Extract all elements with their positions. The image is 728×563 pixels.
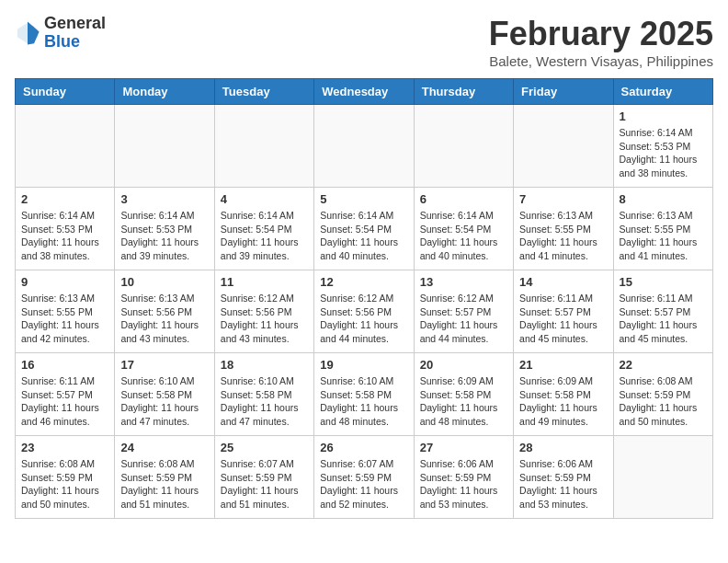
day-info: Sunrise: 6:07 AM Sunset: 5:59 PM Dayligh…	[320, 457, 407, 511]
day-number: 27	[420, 441, 507, 454]
day-number: 2	[21, 192, 108, 206]
calendar-cell	[16, 105, 115, 188]
calendar-cell: 19Sunrise: 6:10 AM Sunset: 5:58 PM Dayli…	[314, 353, 414, 436]
calendar-cell: 7Sunrise: 6:13 AM Sunset: 5:55 PM Daylig…	[514, 188, 613, 270]
day-number: 13	[420, 275, 507, 289]
day-info: Sunrise: 6:14 AM Sunset: 5:53 PM Dayligh…	[620, 126, 707, 180]
logo-general-text: General	[44, 14, 106, 32]
weekday-header-tuesday: Tuesday	[214, 79, 313, 105]
weekday-header-saturday: Saturday	[613, 79, 712, 105]
day-info: Sunrise: 6:14 AM Sunset: 5:54 PM Dayligh…	[221, 209, 308, 263]
day-number: 7	[519, 192, 607, 206]
day-number: 6	[420, 192, 507, 206]
day-info: Sunrise: 6:12 AM Sunset: 5:56 PM Dayligh…	[320, 292, 407, 346]
day-number: 12	[320, 275, 407, 289]
day-info: Sunrise: 6:08 AM Sunset: 5:59 PM Dayligh…	[120, 457, 208, 511]
calendar-cell: 15Sunrise: 6:11 AM Sunset: 5:57 PM Dayli…	[613, 270, 712, 353]
calendar-cell: 23Sunrise: 6:08 AM Sunset: 5:59 PM Dayli…	[16, 436, 115, 519]
calendar-cell: 20Sunrise: 6:09 AM Sunset: 5:58 PM Dayli…	[414, 353, 513, 436]
day-info: Sunrise: 6:07 AM Sunset: 5:59 PM Dayligh…	[221, 457, 308, 511]
day-number: 24	[120, 441, 208, 454]
logo: General Blue	[15, 15, 106, 52]
calendar-cell: 16Sunrise: 6:11 AM Sunset: 5:57 PM Dayli…	[16, 353, 115, 436]
day-info: Sunrise: 6:11 AM Sunset: 5:57 PM Dayligh…	[620, 292, 707, 346]
title-block: February 2025 Balete, Western Visayas, P…	[489, 15, 713, 69]
day-info: Sunrise: 6:10 AM Sunset: 5:58 PM Dayligh…	[120, 374, 208, 429]
calendar-cell: 12Sunrise: 6:12 AM Sunset: 5:56 PM Dayli…	[314, 270, 414, 353]
day-number: 21	[519, 358, 607, 372]
day-info: Sunrise: 6:11 AM Sunset: 5:57 PM Dayligh…	[21, 374, 108, 429]
day-info: Sunrise: 6:13 AM Sunset: 5:55 PM Dayligh…	[620, 209, 707, 263]
calendar-cell: 13Sunrise: 6:12 AM Sunset: 5:57 PM Dayli…	[414, 270, 513, 353]
calendar-cell: 18Sunrise: 6:10 AM Sunset: 5:58 PM Dayli…	[214, 353, 313, 436]
day-number: 15	[620, 275, 707, 289]
week-row-5: 23Sunrise: 6:08 AM Sunset: 5:59 PM Dayli…	[16, 436, 713, 519]
calendar-cell: 14Sunrise: 6:11 AM Sunset: 5:57 PM Dayli…	[514, 270, 613, 353]
page-header: General Blue February 2025 Balete, Weste…	[15, 15, 713, 69]
calendar-cell: 6Sunrise: 6:14 AM Sunset: 5:54 PM Daylig…	[414, 188, 513, 270]
logo-blue-text: Blue	[44, 32, 80, 51]
day-info: Sunrise: 6:10 AM Sunset: 5:58 PM Dayligh…	[221, 374, 308, 429]
location-text: Balete, Western Visayas, Philippines	[489, 53, 713, 69]
day-info: Sunrise: 6:08 AM Sunset: 5:59 PM Dayligh…	[620, 374, 707, 429]
calendar-cell	[115, 105, 214, 188]
day-number: 22	[620, 358, 707, 372]
weekday-header-friday: Friday	[514, 79, 613, 105]
day-number: 9	[21, 275, 108, 289]
day-number: 8	[620, 192, 707, 206]
day-number: 11	[221, 275, 308, 289]
day-number: 18	[221, 358, 308, 372]
weekday-header-row: SundayMondayTuesdayWednesdayThursdayFrid…	[16, 79, 713, 105]
week-row-4: 16Sunrise: 6:11 AM Sunset: 5:57 PM Dayli…	[16, 353, 713, 436]
day-number: 28	[519, 441, 607, 454]
day-info: Sunrise: 6:12 AM Sunset: 5:57 PM Dayligh…	[420, 292, 507, 346]
calendar-cell: 25Sunrise: 6:07 AM Sunset: 5:59 PM Dayli…	[214, 436, 313, 519]
calendar-cell: 4Sunrise: 6:14 AM Sunset: 5:54 PM Daylig…	[214, 188, 313, 270]
calendar-cell: 21Sunrise: 6:09 AM Sunset: 5:58 PM Dayli…	[514, 353, 613, 436]
day-info: Sunrise: 6:13 AM Sunset: 5:55 PM Dayligh…	[519, 209, 607, 263]
day-number: 4	[221, 192, 308, 206]
day-number: 14	[519, 275, 607, 289]
calendar-cell: 5Sunrise: 6:14 AM Sunset: 5:54 PM Daylig…	[314, 188, 414, 270]
day-info: Sunrise: 6:13 AM Sunset: 5:56 PM Dayligh…	[120, 292, 208, 346]
day-info: Sunrise: 6:13 AM Sunset: 5:55 PM Dayligh…	[21, 292, 108, 346]
calendar-cell: 3Sunrise: 6:14 AM Sunset: 5:53 PM Daylig…	[115, 188, 214, 270]
day-info: Sunrise: 6:06 AM Sunset: 5:59 PM Dayligh…	[519, 457, 607, 511]
day-info: Sunrise: 6:14 AM Sunset: 5:54 PM Dayligh…	[320, 209, 407, 263]
month-title: February 2025	[489, 15, 713, 53]
day-info: Sunrise: 6:11 AM Sunset: 5:57 PM Dayligh…	[519, 292, 607, 346]
day-info: Sunrise: 6:12 AM Sunset: 5:56 PM Dayligh…	[221, 292, 308, 346]
day-info: Sunrise: 6:09 AM Sunset: 5:58 PM Dayligh…	[519, 374, 607, 429]
day-number: 16	[21, 358, 108, 372]
day-number: 19	[320, 358, 407, 372]
day-number: 17	[120, 358, 208, 372]
calendar-cell: 17Sunrise: 6:10 AM Sunset: 5:58 PM Dayli…	[115, 353, 214, 436]
calendar-cell: 9Sunrise: 6:13 AM Sunset: 5:55 PM Daylig…	[16, 270, 115, 353]
day-info: Sunrise: 6:08 AM Sunset: 5:59 PM Dayligh…	[21, 457, 108, 511]
calendar-cell	[314, 105, 414, 188]
weekday-header-thursday: Thursday	[414, 79, 513, 105]
calendar-table: SundayMondayTuesdayWednesdayThursdayFrid…	[15, 78, 713, 519]
day-number: 23	[21, 441, 108, 454]
calendar-cell: 24Sunrise: 6:08 AM Sunset: 5:59 PM Dayli…	[115, 436, 214, 519]
calendar-cell	[514, 105, 613, 188]
calendar-cell: 10Sunrise: 6:13 AM Sunset: 5:56 PM Dayli…	[115, 270, 214, 353]
calendar-cell: 28Sunrise: 6:06 AM Sunset: 5:59 PM Dayli…	[514, 436, 613, 519]
weekday-header-monday: Monday	[115, 79, 214, 105]
calendar-cell: 2Sunrise: 6:14 AM Sunset: 5:53 PM Daylig…	[16, 188, 115, 270]
calendar-cell	[613, 436, 712, 519]
weekday-header-sunday: Sunday	[16, 79, 115, 105]
logo-icon	[15, 20, 40, 46]
day-info: Sunrise: 6:14 AM Sunset: 5:54 PM Dayligh…	[420, 209, 507, 263]
day-number: 10	[120, 275, 208, 289]
calendar-cell: 11Sunrise: 6:12 AM Sunset: 5:56 PM Dayli…	[214, 270, 313, 353]
calendar-cell	[214, 105, 313, 188]
day-number: 25	[221, 441, 308, 454]
day-number: 3	[120, 192, 208, 206]
weekday-header-wednesday: Wednesday	[314, 79, 414, 105]
week-row-3: 9Sunrise: 6:13 AM Sunset: 5:55 PM Daylig…	[16, 270, 713, 353]
day-number: 5	[320, 192, 407, 206]
day-info: Sunrise: 6:09 AM Sunset: 5:58 PM Dayligh…	[420, 374, 507, 429]
calendar-cell: 26Sunrise: 6:07 AM Sunset: 5:59 PM Dayli…	[314, 436, 414, 519]
calendar-cell: 22Sunrise: 6:08 AM Sunset: 5:59 PM Dayli…	[613, 353, 712, 436]
